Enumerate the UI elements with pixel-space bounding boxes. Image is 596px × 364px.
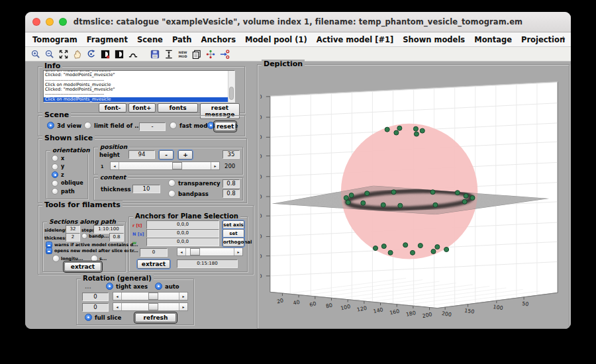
zoom-in-icon[interactable] [30,48,41,60]
tomogram-3d-plot[interactable]: 0000000000204060801001201401601802002001… [260,69,566,326]
slider-left-arrow[interactable] [113,303,122,310]
scene-limit-field-radio[interactable]: limit field of ... [84,122,141,129]
auto-radio[interactable]: auto [155,283,179,290]
log-line[interactable]: Click on modelPoints_mvesicle [44,97,234,102]
expand-icon[interactable] [58,48,69,60]
anchors-extract-button[interactable]: extract [137,259,170,269]
slider-thumb[interactable] [148,293,158,300]
rotation-value1-input[interactable]: 0 [82,293,109,301]
slider-left-arrow[interactable] [111,162,119,169]
refresh-button[interactable]: refresh [135,313,176,322]
slider-thumb[interactable] [172,162,182,169]
menu-item-tomogram[interactable]: Tomogram [28,35,82,44]
thickness-input[interactable]: 10 [132,185,160,193]
orientation-radio-oblique[interactable]: oblique [52,180,83,187]
listbox-scrollbar[interactable] [228,71,234,102]
rotate-3d-icon[interactable] [85,48,97,60]
set-axis-button[interactable]: set axis [223,220,244,230]
bandpass-input[interactable]: 0.8 [223,189,240,198]
radio-off-icon[interactable] [168,190,175,197]
center-slice-icon[interactable] [163,48,174,60]
height-slider[interactable] [110,161,220,170]
message-listbox[interactable]: Click on modelPoints_mvesicleClicked: "m… [43,70,235,103]
limit-field-input[interactable]: - [139,122,166,131]
zoom-out-icon[interactable] [44,48,55,60]
close-window-button[interactable] [32,18,40,26]
radio-off-icon[interactable] [52,163,58,170]
height-input[interactable]: 94 [128,150,155,159]
sec-bandpass-radio[interactable]: bandp... [81,233,109,239]
sections-extract-button[interactable]: extract [64,262,101,271]
menu-item-active-model-1[interactable]: Active model [#1] [312,35,398,44]
longitudinal-radio[interactable]: longitu... [52,255,83,262]
rotation-slider2[interactable] [113,302,188,311]
slider-right-arrow[interactable] [211,162,219,169]
radio-on-icon[interactable] [47,122,54,129]
radio-off-icon[interactable] [91,255,98,262]
radio-on-icon[interactable] [52,171,58,178]
slider-right-arrow[interactable] [179,293,187,300]
orientation-radio-y[interactable]: y [52,163,64,170]
save-icon[interactable] [149,48,160,60]
new-model-icon[interactable]: NEWMOD [177,48,188,60]
position-right-value[interactable]: 35 [223,150,240,159]
contrast-invert-icon[interactable] [99,48,111,60]
menu-item-anchors[interactable]: Anchors [196,35,240,44]
scene-3d-view-radio[interactable]: 3d view [47,122,81,129]
menu-item-model-pool-1[interactable]: Model pool (1) [240,35,312,44]
radio-off-icon[interactable] [168,179,175,187]
radio-off-icon[interactable] [84,122,91,129]
open-model-checkbox[interactable]: opens new model after slice extr... [46,248,138,254]
menu-item-path[interactable]: Path [168,35,197,44]
font-smaller-button[interactable]: font- [99,103,126,113]
height-decrement-button[interactable]: - [159,150,174,159]
anchor-w-input[interactable]: 0,0,0 [146,238,219,246]
menu-item-fragment[interactable]: Fragment [82,35,132,44]
menu-item-scene[interactable]: Scene [132,35,168,44]
bandpass-icon[interactable] [127,48,138,60]
menu-item-help[interactable]: Help [570,35,571,44]
export-points-icon[interactable] [219,48,230,60]
rotation-value2-input[interactable]: 0 [82,303,109,312]
radio-on-icon[interactable] [85,314,92,321]
orthogonal-button[interactable]: orthogonal [223,238,244,247]
duplicate-view-icon[interactable] [191,48,202,60]
rotation-slider1[interactable] [113,292,188,300]
anchor-n-input[interactable]: 0,0,0 [146,229,219,238]
sec-bandpass-input[interactable]: 0.8 [109,233,124,242]
radio-off-icon[interactable] [81,233,87,239]
slider-right-arrow[interactable] [179,303,187,310]
radio-off-icon[interactable] [52,180,58,187]
height-increment-button[interactable]: + [178,150,193,159]
bandpass-radio[interactable]: bandpass [168,190,209,197]
scrollbar-thumb[interactable] [229,87,234,100]
pan-hand-icon[interactable] [72,48,83,60]
sec-thickness-input[interactable]: 2 [66,233,80,242]
radio-off-icon[interactable] [170,122,177,129]
angle-input[interactable]: 0 [140,248,168,257]
transparency-input[interactable]: 0.8 [223,179,240,188]
range-input[interactable]: 0:15:180 [177,259,238,268]
slider-right-arrow[interactable] [234,248,242,255]
s-radio[interactable]: s... [91,255,107,262]
anchor-r-input[interactable]: 0,0,0 [146,220,219,229]
minimize-window-button[interactable] [46,18,54,26]
transparency-radio[interactable]: transparency [168,179,221,187]
tight-axes-radio[interactable]: tight axes [106,283,148,290]
radio-on-icon[interactable] [207,122,215,129]
orientation-radio-path[interactable]: path [52,188,75,195]
scatter-axes-icon[interactable] [205,48,216,60]
checkbox-on-icon[interactable] [46,248,52,254]
radio-off-icon[interactable] [52,188,58,195]
radio-on-icon[interactable] [155,283,162,290]
orientation-radio-x[interactable]: x [52,155,64,161]
angle-slider[interactable] [177,248,243,256]
slider-left-arrow[interactable] [113,293,122,300]
full-slice-radio[interactable]: full slice [85,314,121,321]
radio-on-icon[interactable] [106,283,113,290]
menu-item-shown-models[interactable]: Shown models [398,35,470,44]
zoom-window-button[interactable] [59,18,67,26]
fonts-button[interactable]: fonts [158,103,198,113]
orientation-radio-z[interactable]: z [52,171,64,178]
slider-thumb[interactable] [148,303,158,310]
